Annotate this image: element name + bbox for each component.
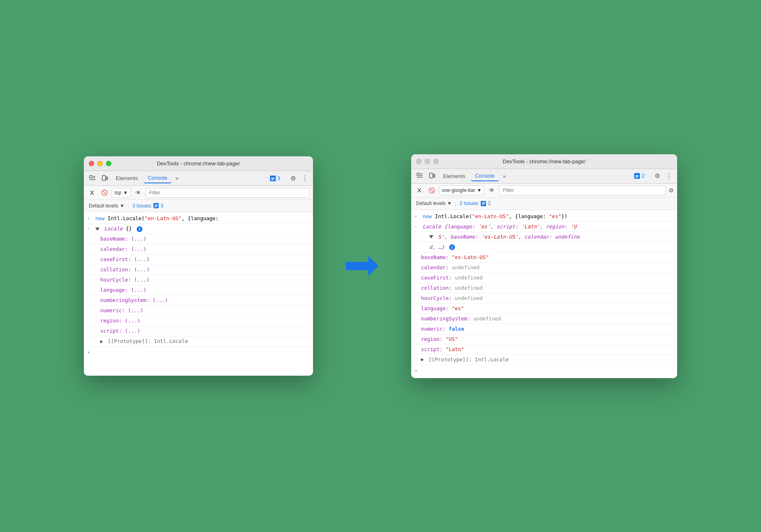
left-prop-casefirst: caseFirst: (...) (84, 255, 313, 265)
right-prop-script: script: "Latn" (411, 345, 677, 355)
svg-marker-22 (417, 188, 421, 192)
left-output-row: ‹ Locale {} i (84, 224, 313, 234)
right-devtools-tabs: Elements Console » 2 ⚙ ⋮ (411, 169, 677, 184)
left-prop-calendar: calendar: (...) (84, 244, 313, 255)
arrow-container (346, 256, 378, 276)
right-minimize-button[interactable] (425, 159, 430, 164)
left-badge-count: 3 (277, 176, 280, 181)
right-window-title: DevTools - chrome://new-tab-page/ (416, 158, 672, 165)
left-device-icon[interactable] (99, 173, 110, 184)
left-context-label: top (115, 190, 122, 196)
left-console-toolbar: 🚫 top ▼ 👁 (84, 186, 313, 200)
right-settings-icon[interactable]: ⚙ (652, 171, 662, 181)
right-console-content: › new Intl.Locale("en-Latn-US", {languag… (411, 210, 677, 378)
left-eye-icon[interactable]: 👁 (133, 188, 143, 198)
left-issues-badge: 3 (267, 175, 284, 182)
right-device-icon[interactable] (427, 171, 437, 181)
right-tab-more[interactable]: » (500, 171, 508, 181)
svg-rect-13 (417, 173, 419, 176)
right-tab-elements[interactable]: Elements (439, 171, 469, 181)
svg-rect-25 (482, 204, 484, 205)
right-prop-casefirst: caseFirst: undefined (411, 273, 677, 283)
right-title-bar: DevTools - chrome://new-tab-page/ (411, 154, 677, 169)
left-issues-separator: | (128, 203, 129, 209)
right-prop-region: region: "US" (411, 334, 677, 345)
svg-rect-19 (635, 175, 639, 176)
right-prop-calendar: calendar: undefined (411, 263, 677, 273)
right-context-label: one-google-bar (442, 187, 475, 193)
left-minimize-button[interactable] (97, 161, 103, 166)
right-tab-console[interactable]: Console (471, 171, 499, 181)
right-console-toolbar: 🚫 one-google-bar ▼ 👁 ⚙ (411, 184, 677, 198)
left-inspector-icon[interactable] (87, 173, 98, 184)
right-prop-basename: baseName: "es-Latn-US" (411, 252, 677, 263)
right-clear-button[interactable] (414, 185, 424, 195)
left-title-bar: DevTools - chrome://new-tab-page/ (84, 156, 313, 171)
right-output-row-3: d, …} i (411, 242, 677, 252)
svg-rect-23 (482, 202, 485, 203)
left-issues-count: 3 Issues: 3 (132, 203, 163, 209)
left-prompt-gt: › (87, 214, 94, 222)
right-issues-badge-icon (481, 201, 486, 206)
left-issues-badge-icon (153, 203, 159, 208)
right-filter-input[interactable] (499, 185, 666, 195)
left-context-select[interactable]: top ▼ (112, 188, 131, 198)
right-prop-language: language: "es" (411, 304, 677, 314)
left-window-title: DevTools - chrome://new-tab-page/ (89, 160, 308, 167)
left-more-icon[interactable]: ⋮ (300, 174, 310, 182)
left-maximize-button[interactable] (106, 161, 111, 166)
right-input-row: › new Intl.Locale("en-Latn-US", {languag… (411, 212, 677, 222)
svg-rect-8 (271, 180, 273, 180)
left-prop-prototype: [[Prototype]]: Intl.Locale (84, 336, 313, 347)
right-output-row-1: ‹ Locale {language: 'es', script: 'Latn'… (411, 222, 677, 232)
left-prop-script: script: (...) (84, 326, 313, 336)
svg-rect-11 (155, 205, 158, 206)
left-close-button[interactable] (89, 161, 94, 166)
right-context-select[interactable]: one-google-bar ▼ (439, 185, 484, 195)
left-issues-bar: Default levels ▼ | 3 Issues: 3 (84, 200, 313, 212)
right-empty-prompt: › (411, 365, 677, 376)
svg-rect-17 (430, 173, 433, 178)
right-inspector-icon[interactable] (414, 171, 425, 181)
svg-rect-7 (271, 178, 275, 179)
right-block-icon[interactable]: 🚫 (427, 185, 437, 195)
right-devtools-window: DevTools - chrome://new-tab-page/ Elemen… (411, 154, 677, 378)
left-prop-region: region: (...) (84, 316, 313, 326)
left-input-row: › new Intl.Locale("en-Latn-US", {languag… (84, 214, 313, 224)
left-tab-more[interactable]: » (173, 174, 181, 183)
right-eye-icon[interactable]: 👁 (487, 185, 497, 195)
left-prompt-lt: ‹ (87, 225, 94, 232)
scene: DevTools - chrome://new-tab-page/ Elemen… (84, 154, 677, 378)
left-settings-icon[interactable]: ⚙ (288, 173, 298, 184)
right-prop-prototype: [[Prototype]]: Intl.Locale (411, 355, 677, 365)
svg-rect-12 (155, 207, 157, 207)
right-prompt-gt: › (414, 212, 421, 220)
left-tab-elements[interactable]: Elements (112, 174, 142, 183)
left-filter-input[interactable] (146, 188, 310, 198)
right-filter-gear-icon[interactable]: ⚙ (669, 187, 674, 194)
right-issues-badge: 2 (631, 172, 648, 180)
left-prop-language: language: (...) (84, 285, 313, 295)
right-default-levels: Default levels ▼ (416, 201, 452, 206)
right-badge-icon (634, 173, 640, 179)
right-output-row-2: S', baseName: 'es-Latn-US', calendar: un… (411, 232, 677, 242)
right-prop-numberingsystem: numberingSystem: undefined (411, 314, 677, 324)
right-badge-count: 2 (642, 173, 644, 179)
left-prop-numeric: numeric: (...) (84, 306, 313, 316)
left-block-icon[interactable]: 🚫 (99, 188, 109, 198)
left-badge-icon (270, 176, 276, 181)
right-issues-count: 2 Issues: 2 (459, 201, 491, 206)
left-devtools-window: DevTools - chrome://new-tab-page/ Elemen… (84, 156, 313, 376)
right-close-button[interactable] (416, 159, 421, 164)
right-info-icon: i (449, 244, 455, 250)
right-arrow (346, 256, 378, 276)
right-maximize-button[interactable] (433, 159, 439, 164)
right-issues-bar: Default levels ▼ | 2 Issues: 2 (411, 198, 677, 210)
left-tab-console[interactable]: Console (144, 173, 171, 183)
left-prop-numberingsystem: numberingSystem: (...) (84, 295, 313, 306)
right-more-icon[interactable]: ⋮ (664, 172, 674, 180)
right-prop-numeric: numeric: false (411, 324, 677, 334)
left-empty-prompt: › (84, 347, 313, 358)
left-info-icon: i (137, 226, 142, 232)
left-clear-button[interactable] (87, 188, 97, 198)
